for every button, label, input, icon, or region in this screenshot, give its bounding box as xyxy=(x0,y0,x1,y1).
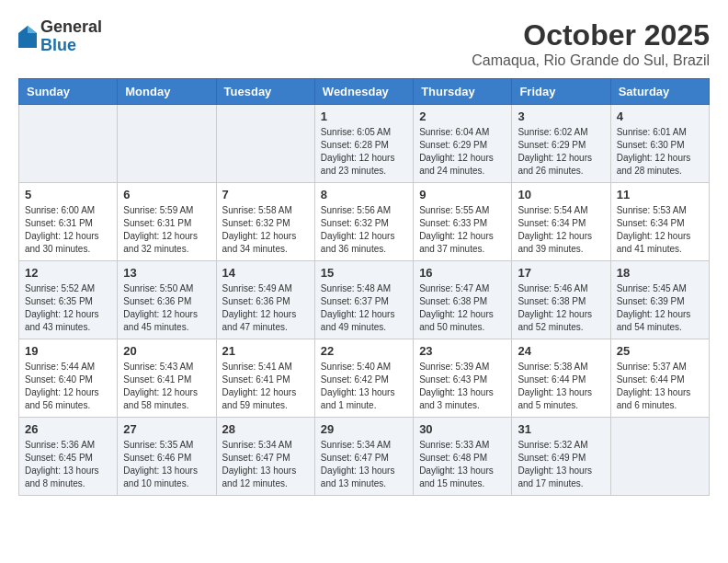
calendar-day-cell xyxy=(19,105,118,183)
calendar-day-cell: 1Sunrise: 6:05 AM Sunset: 6:28 PM Daylig… xyxy=(314,105,413,183)
day-number: 27 xyxy=(123,422,210,436)
weekday-header-tuesday: Tuesday xyxy=(216,79,314,105)
logo: General Blue xyxy=(18,18,102,55)
calendar-day-cell: 12Sunrise: 5:52 AM Sunset: 6:35 PM Dayli… xyxy=(19,261,118,339)
day-number: 8 xyxy=(321,188,407,201)
day-info: Sunrise: 5:40 AM Sunset: 6:42 PM Dayligh… xyxy=(321,361,407,412)
page-header: General Blue October 2025 Camaqua, Rio G… xyxy=(18,18,710,69)
calendar-day-cell: 2Sunrise: 6:04 AM Sunset: 6:29 PM Daylig… xyxy=(414,105,512,183)
day-info: Sunrise: 5:49 AM Sunset: 6:36 PM Dayligh… xyxy=(222,282,309,334)
calendar-day-cell: 8Sunrise: 5:56 AM Sunset: 6:32 PM Daylig… xyxy=(314,183,413,261)
day-info: Sunrise: 5:36 AM Sunset: 6:45 PM Dayligh… xyxy=(25,439,111,490)
day-info: Sunrise: 5:39 AM Sunset: 6:43 PM Dayligh… xyxy=(419,361,506,412)
day-info: Sunrise: 5:58 AM Sunset: 6:32 PM Dayligh… xyxy=(222,204,309,256)
calendar-day-cell xyxy=(216,105,314,183)
calendar-week-row: 1Sunrise: 6:05 AM Sunset: 6:28 PM Daylig… xyxy=(19,105,710,183)
day-info: Sunrise: 5:52 AM Sunset: 6:35 PM Dayligh… xyxy=(25,282,111,334)
day-number: 10 xyxy=(518,188,604,201)
day-number: 29 xyxy=(321,422,407,436)
calendar-day-cell: 20Sunrise: 5:43 AM Sunset: 6:41 PM Dayli… xyxy=(118,339,216,418)
calendar-day-cell: 4Sunrise: 6:01 AM Sunset: 6:30 PM Daylig… xyxy=(610,105,709,183)
calendar-day-cell: 9Sunrise: 5:55 AM Sunset: 6:33 PM Daylig… xyxy=(414,183,512,261)
day-number: 6 xyxy=(123,188,210,201)
weekday-header-row: SundayMondayTuesdayWednesdayThursdayFrid… xyxy=(19,79,710,105)
day-number: 13 xyxy=(123,266,210,280)
day-info: Sunrise: 5:37 AM Sunset: 6:44 PM Dayligh… xyxy=(617,361,703,412)
day-number: 22 xyxy=(321,344,407,358)
logo-icon xyxy=(18,26,37,48)
day-number: 15 xyxy=(321,266,407,280)
day-info: Sunrise: 5:47 AM Sunset: 6:38 PM Dayligh… xyxy=(419,282,506,334)
day-info: Sunrise: 5:34 AM Sunset: 6:47 PM Dayligh… xyxy=(321,439,407,490)
day-number: 9 xyxy=(419,188,506,201)
location-title: Camaqua, Rio Grande do Sul, Brazil xyxy=(472,52,710,69)
weekday-header-saturday: Saturday xyxy=(610,79,709,105)
day-number: 24 xyxy=(518,344,604,358)
calendar-week-row: 19Sunrise: 5:44 AM Sunset: 6:40 PM Dayli… xyxy=(19,339,710,418)
day-number: 14 xyxy=(222,266,309,280)
day-number: 28 xyxy=(222,422,309,436)
day-info: Sunrise: 6:02 AM Sunset: 6:29 PM Dayligh… xyxy=(518,126,604,178)
day-number: 30 xyxy=(419,422,506,436)
day-number: 17 xyxy=(518,266,604,280)
title-section: October 2025 Camaqua, Rio Grande do Sul,… xyxy=(472,18,710,69)
logo-general-text: General xyxy=(40,18,102,37)
day-number: 7 xyxy=(222,188,309,201)
logo-blue-text: Blue xyxy=(40,37,102,55)
day-info: Sunrise: 5:35 AM Sunset: 6:46 PM Dayligh… xyxy=(123,439,210,490)
calendar-day-cell: 30Sunrise: 5:33 AM Sunset: 6:48 PM Dayli… xyxy=(414,418,512,496)
calendar-day-cell: 13Sunrise: 5:50 AM Sunset: 6:36 PM Dayli… xyxy=(118,261,216,339)
weekday-header-sunday: Sunday xyxy=(19,79,118,105)
day-number: 3 xyxy=(518,109,604,123)
day-info: Sunrise: 5:50 AM Sunset: 6:36 PM Dayligh… xyxy=(123,282,210,334)
day-info: Sunrise: 5:45 AM Sunset: 6:39 PM Dayligh… xyxy=(617,282,703,334)
day-number: 11 xyxy=(617,188,703,201)
calendar-day-cell: 29Sunrise: 5:34 AM Sunset: 6:47 PM Dayli… xyxy=(314,418,413,496)
calendar-day-cell: 24Sunrise: 5:38 AM Sunset: 6:44 PM Dayli… xyxy=(512,339,610,418)
calendar-day-cell xyxy=(610,418,709,496)
calendar-day-cell: 26Sunrise: 5:36 AM Sunset: 6:45 PM Dayli… xyxy=(19,418,118,496)
calendar-day-cell: 7Sunrise: 5:58 AM Sunset: 6:32 PM Daylig… xyxy=(216,183,314,261)
logo-text: General Blue xyxy=(40,18,102,55)
day-number: 16 xyxy=(419,266,506,280)
day-info: Sunrise: 5:55 AM Sunset: 6:33 PM Dayligh… xyxy=(419,204,506,256)
calendar-day-cell: 21Sunrise: 5:41 AM Sunset: 6:41 PM Dayli… xyxy=(216,339,314,418)
weekday-header-monday: Monday xyxy=(118,79,216,105)
day-number: 19 xyxy=(25,344,111,358)
day-info: Sunrise: 5:33 AM Sunset: 6:48 PM Dayligh… xyxy=(419,439,506,490)
day-info: Sunrise: 6:01 AM Sunset: 6:30 PM Dayligh… xyxy=(617,126,703,178)
day-number: 1 xyxy=(321,109,407,123)
day-number: 18 xyxy=(617,266,703,280)
day-number: 12 xyxy=(25,266,111,280)
calendar-day-cell: 16Sunrise: 5:47 AM Sunset: 6:38 PM Dayli… xyxy=(414,261,512,339)
svg-marker-1 xyxy=(28,26,37,33)
day-info: Sunrise: 6:04 AM Sunset: 6:29 PM Dayligh… xyxy=(419,126,506,178)
calendar-day-cell: 22Sunrise: 5:40 AM Sunset: 6:42 PM Dayli… xyxy=(314,339,413,418)
calendar-day-cell: 18Sunrise: 5:45 AM Sunset: 6:39 PM Dayli… xyxy=(610,261,709,339)
day-number: 25 xyxy=(617,344,703,358)
calendar-week-row: 5Sunrise: 6:00 AM Sunset: 6:31 PM Daylig… xyxy=(19,183,710,261)
calendar-day-cell: 23Sunrise: 5:39 AM Sunset: 6:43 PM Dayli… xyxy=(414,339,512,418)
day-info: Sunrise: 5:56 AM Sunset: 6:32 PM Dayligh… xyxy=(321,204,407,256)
day-info: Sunrise: 5:59 AM Sunset: 6:31 PM Dayligh… xyxy=(123,204,210,256)
day-number: 5 xyxy=(25,188,111,201)
weekday-header-wednesday: Wednesday xyxy=(314,79,413,105)
day-info: Sunrise: 5:38 AM Sunset: 6:44 PM Dayligh… xyxy=(518,361,604,412)
day-info: Sunrise: 5:43 AM Sunset: 6:41 PM Dayligh… xyxy=(123,361,210,412)
weekday-header-thursday: Thursday xyxy=(414,79,512,105)
day-info: Sunrise: 5:46 AM Sunset: 6:38 PM Dayligh… xyxy=(518,282,604,334)
day-info: Sunrise: 6:00 AM Sunset: 6:31 PM Dayligh… xyxy=(25,204,111,256)
calendar-day-cell: 14Sunrise: 5:49 AM Sunset: 6:36 PM Dayli… xyxy=(216,261,314,339)
calendar-day-cell: 3Sunrise: 6:02 AM Sunset: 6:29 PM Daylig… xyxy=(512,105,610,183)
calendar-day-cell: 28Sunrise: 5:34 AM Sunset: 6:47 PM Dayli… xyxy=(216,418,314,496)
day-info: Sunrise: 5:53 AM Sunset: 6:34 PM Dayligh… xyxy=(617,204,703,256)
day-info: Sunrise: 5:34 AM Sunset: 6:47 PM Dayligh… xyxy=(222,439,309,490)
calendar-week-row: 12Sunrise: 5:52 AM Sunset: 6:35 PM Dayli… xyxy=(19,261,710,339)
day-number: 23 xyxy=(419,344,506,358)
calendar-day-cell: 25Sunrise: 5:37 AM Sunset: 6:44 PM Dayli… xyxy=(610,339,709,418)
day-number: 20 xyxy=(123,344,210,358)
day-info: Sunrise: 5:44 AM Sunset: 6:40 PM Dayligh… xyxy=(25,361,111,412)
day-info: Sunrise: 6:05 AM Sunset: 6:28 PM Dayligh… xyxy=(321,126,407,178)
calendar-day-cell: 15Sunrise: 5:48 AM Sunset: 6:37 PM Dayli… xyxy=(314,261,413,339)
calendar-day-cell: 11Sunrise: 5:53 AM Sunset: 6:34 PM Dayli… xyxy=(610,183,709,261)
